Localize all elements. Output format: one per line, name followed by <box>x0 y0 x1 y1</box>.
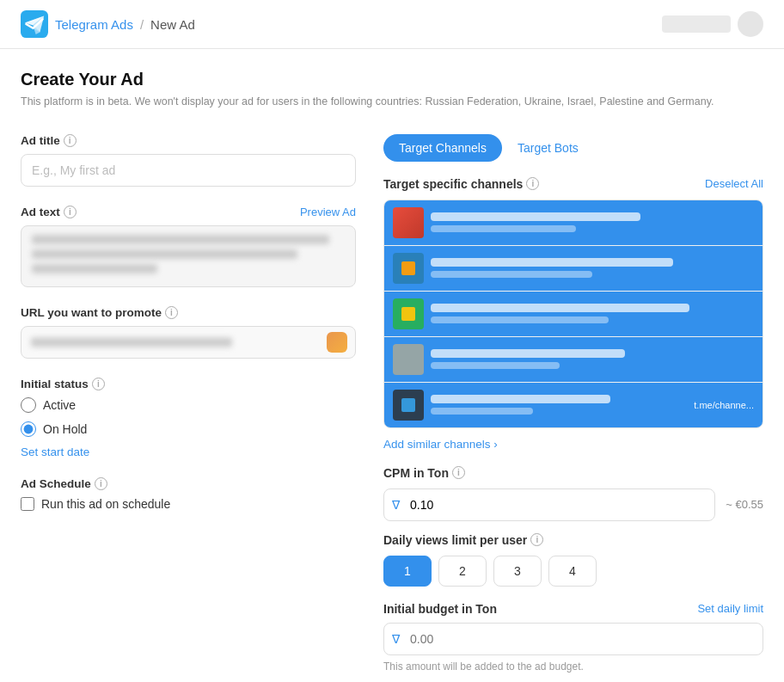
status-active-radio[interactable] <box>21 397 36 413</box>
cpm-equivalent: ~ €0.55 <box>726 498 763 511</box>
status-radio-group: Active On Hold <box>21 397 356 437</box>
ad-text-blur-row-3 <box>32 264 157 273</box>
url-label: URL you want to promote i <box>21 306 356 319</box>
list-item[interactable] <box>384 292 763 337</box>
ad-title-label: Ad title i <box>21 134 356 147</box>
channel-thumb-2 <box>393 253 424 284</box>
cpm-info-icon[interactable]: i <box>452 466 465 479</box>
page-title: Create Your Ad <box>21 70 763 89</box>
tab-target-bots[interactable]: Target Bots <box>502 134 594 162</box>
daily-views-info-icon[interactable]: i <box>530 533 543 546</box>
channel-name-bar-5 <box>431 395 610 403</box>
cpm-input-wrapper: ∇ <box>383 488 715 521</box>
ad-text-label: Ad text i <box>21 206 77 218</box>
two-column-layout: Ad title i Ad text i Preview Ad <box>21 134 763 673</box>
ad-text-blur-row-1 <box>32 235 329 244</box>
channel-name-bar-2 <box>431 258 673 267</box>
channel-sub-bar-3 <box>431 316 609 323</box>
views-btn-4[interactable]: 4 <box>548 556 597 587</box>
preview-ad-link[interactable]: Preview Ad <box>300 206 356 218</box>
run-on-schedule-label: Run this ad on schedule <box>41 497 170 511</box>
channel-thumb-3 <box>393 298 424 329</box>
status-active-option[interactable]: Active <box>21 397 356 413</box>
ad-text-blur-row-2 <box>32 249 297 259</box>
channel-last-item: t.me/channe... <box>694 400 754 410</box>
status-on-hold-radio[interactable] <box>21 421 36 437</box>
status-on-hold-option[interactable]: On Hold <box>21 421 356 437</box>
target-channels-section-header: Target specific channels i Deselect All <box>383 177 763 191</box>
cpm-input[interactable] <box>383 488 715 521</box>
telegram-logo-icon <box>21 10 48 38</box>
channel-list: t.me/channe... <box>383 200 763 428</box>
ad-text-field-group: Ad text i Preview Ad <box>21 206 356 287</box>
list-item[interactable]: t.me/channe... <box>384 383 763 427</box>
url-field-group: URL you want to promote i <box>21 306 356 359</box>
run-on-schedule-checkbox-item[interactable]: Run this ad on schedule <box>21 497 356 511</box>
header: Telegram Ads / New Ad <box>0 0 784 49</box>
budget-header: Initial budget in Ton Set daily limit <box>383 602 763 616</box>
set-start-date-link[interactable]: Set start date <box>21 445 356 458</box>
channel-sub-bar-5 <box>431 408 533 415</box>
ad-text-textarea[interactable] <box>21 225 356 287</box>
status-active-label: Active <box>43 398 76 412</box>
set-daily-limit-link[interactable]: Set daily limit <box>697 602 763 615</box>
deselect-all-link[interactable]: Deselect All <box>705 177 763 190</box>
ad-title-field-group: Ad title i <box>21 134 356 187</box>
views-btn-3[interactable]: 3 <box>493 556 542 587</box>
channel-info-3 <box>431 304 754 323</box>
initial-status-field-group: Initial status i Active On Hold Set <box>21 378 356 458</box>
views-btn-2[interactable]: 2 <box>438 556 487 587</box>
views-btn-1[interactable]: 1 <box>383 556 432 587</box>
ad-text-header: Ad text i Preview Ad <box>21 206 356 218</box>
main-content: Create Your Ad This platform is in beta.… <box>0 49 784 673</box>
add-similar-channels-link[interactable]: Add similar channels › <box>383 438 498 451</box>
budget-ton-symbol: ∇ <box>392 632 400 646</box>
run-on-schedule-checkbox[interactable] <box>21 497 34 511</box>
channel-sub-bar-4 <box>431 362 560 369</box>
header-avatar <box>738 11 763 37</box>
header-right <box>662 11 763 37</box>
url-input[interactable] <box>21 326 356 359</box>
ad-title-input[interactable] <box>21 154 356 187</box>
ad-title-info-icon[interactable]: i <box>64 134 77 147</box>
target-channels-title: Target specific channels i <box>383 177 539 191</box>
ad-schedule-field-group: Ad Schedule i Run this ad on schedule <box>21 477 356 511</box>
tab-group: Target Channels Target Bots <box>383 134 763 162</box>
channel-last-text: t.me/channe... <box>694 400 754 410</box>
channel-info-5 <box>431 395 687 415</box>
channel-info-2 <box>431 258 754 278</box>
channel-info-1 <box>431 212 754 232</box>
channel-thumb-4 <box>393 344 424 375</box>
channel-name-bar-1 <box>431 212 640 221</box>
views-buttons-group: 1 2 3 4 <box>383 556 763 587</box>
list-item[interactable] <box>384 337 763 383</box>
url-input-wrapper <box>21 326 356 359</box>
channel-thumb-1 <box>393 207 424 238</box>
target-channels-info-icon[interactable]: i <box>526 177 539 190</box>
ad-text-info-icon[interactable]: i <box>64 206 77 218</box>
ad-schedule-info-icon[interactable]: i <box>95 477 107 490</box>
channel-sub-bar-2 <box>431 271 592 278</box>
budget-label: Initial budget in Ton <box>383 602 497 616</box>
left-column: Ad title i Ad text i Preview Ad <box>21 134 356 673</box>
header-left: Telegram Ads / New Ad <box>21 10 195 38</box>
url-icon <box>327 332 347 353</box>
cpm-label: CPM in Ton i <box>383 466 763 480</box>
brand-name: Telegram Ads <box>55 17 133 32</box>
url-info-icon[interactable]: i <box>165 306 178 319</box>
channel-name-bar-4 <box>431 349 625 358</box>
initial-status-info-icon[interactable]: i <box>92 378 105 390</box>
channel-info-4 <box>431 349 754 369</box>
budget-input[interactable] <box>383 623 763 655</box>
list-item[interactable] <box>384 200 763 246</box>
ton-symbol: ∇ <box>392 498 400 512</box>
right-column: Target Channels Target Bots Target speci… <box>383 134 763 673</box>
initial-status-label: Initial status i <box>21 378 356 390</box>
channel-name-bar-3 <box>431 304 689 312</box>
channel-sub-bar-1 <box>431 225 576 232</box>
tab-target-channels[interactable]: Target Channels <box>383 134 502 162</box>
ad-schedule-label: Ad Schedule i <box>21 477 356 490</box>
budget-note: This amount will be added to the ad budg… <box>383 660 763 673</box>
channel-thumb-5 <box>393 390 424 421</box>
list-item[interactable] <box>384 246 763 292</box>
